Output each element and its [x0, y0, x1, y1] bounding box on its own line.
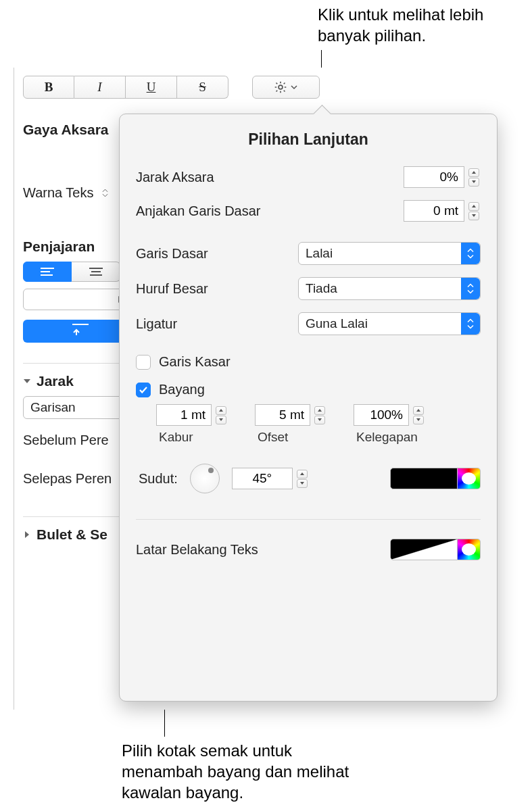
chevron-updown-icon	[461, 278, 480, 299]
underline-button[interactable]: U	[126, 76, 177, 99]
text-background-label: Latar Belakang Teks	[136, 542, 258, 558]
shadow-angle-dial[interactable]	[190, 464, 220, 493]
text-bg-color-picker-button[interactable]	[458, 539, 481, 560]
ligatures-select[interactable]: Guna Lalai	[298, 312, 481, 335]
shadow-blur-stepper[interactable]	[216, 404, 228, 426]
gear-icon	[274, 80, 287, 94]
shadow-offset-stepper[interactable]	[314, 404, 327, 426]
caps-label: Huruf Besar	[136, 281, 298, 297]
shadow-opacity-input[interactable]	[354, 404, 409, 426]
chevron-updown-icon[interactable]	[100, 187, 110, 200]
line-spacing-select[interactable]: Garisan	[23, 396, 124, 419]
caps-select[interactable]: Tiada	[298, 277, 481, 300]
disclosure-triangle-icon	[23, 531, 31, 539]
baseline-shift-label: Anjakan Garis Dasar	[136, 203, 404, 219]
align-left-button[interactable]	[23, 262, 72, 282]
shadow-angle-input[interactable]	[232, 468, 293, 489]
shadow-offset-label: Ofset	[258, 430, 288, 445]
baseline-shift-stepper[interactable]	[468, 200, 481, 222]
baseline-select[interactable]: Lalai	[298, 242, 481, 265]
shadow-checkbox[interactable]	[136, 383, 151, 397]
svg-point-0	[279, 85, 283, 89]
advanced-options-popover: Pilihan Lanjutan Jarak Aksara Anjakan Ga…	[119, 114, 498, 702]
callout-top: Klik untuk melihat lebih banyak pilihan.	[318, 4, 521, 46]
outline-checkbox[interactable]	[136, 355, 151, 370]
valign-top-icon	[72, 322, 89, 340]
strikethrough-button[interactable]: S	[177, 76, 228, 99]
char-spacing-stepper[interactable]	[468, 166, 481, 188]
chevron-updown-icon	[461, 243, 480, 264]
shadow-color-picker-button[interactable]	[458, 468, 481, 489]
text-bg-color-swatch[interactable]	[390, 539, 458, 560]
ligatures-label: Ligatur	[136, 316, 298, 332]
shadow-label: Bayang	[159, 382, 205, 397]
chevron-updown-icon	[461, 313, 480, 335]
shadow-blur-label: Kabur	[159, 430, 193, 445]
disclosure-triangle-icon	[23, 377, 31, 385]
shadow-opacity-stepper[interactable]	[413, 404, 425, 426]
chevron-down-icon	[290, 83, 298, 91]
shadow-opacity-label: Kelegapan	[356, 430, 418, 445]
shadow-angle-stepper[interactable]	[297, 468, 309, 489]
outline-label: Garis Kasar	[159, 354, 231, 370]
text-format-toolbar: B I U S	[23, 76, 320, 99]
align-center-button[interactable]	[72, 262, 120, 282]
callout-bottom: Pilih kotak semak untuk menambah bayang …	[122, 740, 352, 804]
bold-button[interactable]: B	[23, 76, 74, 99]
align-left-icon	[41, 268, 54, 276]
italic-button[interactable]: I	[74, 76, 126, 99]
baseline-label: Garis Dasar	[136, 246, 298, 262]
char-spacing-input[interactable]	[404, 166, 464, 188]
baseline-shift-input[interactable]	[404, 200, 464, 222]
shadow-blur-input[interactable]	[156, 404, 212, 426]
more-options-button[interactable]	[252, 76, 320, 99]
align-center-icon	[89, 268, 103, 276]
shadow-angle-label: Sudut:	[139, 471, 178, 487]
text-color-label: Warna Teks	[23, 185, 93, 201]
shadow-color-swatch[interactable]	[390, 468, 458, 489]
shadow-offset-input[interactable]	[255, 404, 310, 426]
popover-title: Pilihan Lanjutan	[136, 130, 481, 149]
char-spacing-label: Jarak Aksara	[136, 170, 404, 185]
